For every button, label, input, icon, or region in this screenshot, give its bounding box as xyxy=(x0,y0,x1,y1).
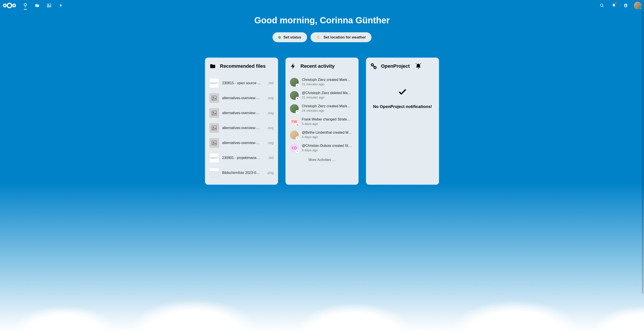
openproject-empty-text: No OpenProject notifications! xyxy=(370,104,434,109)
activity-time: 21 minutes ago xyxy=(302,96,354,99)
file-ext: .svg xyxy=(267,96,274,100)
dashboard: Good morning, Corinna Günther Set status… xyxy=(0,11,644,185)
activity-badge-add-icon: + xyxy=(296,110,299,114)
topbar xyxy=(0,0,644,11)
file-name: alternatives-overview-… xyxy=(222,96,264,100)
file-row[interactable]: 230901 - projektmana….md xyxy=(210,150,274,165)
doc-thumb-icon xyxy=(210,78,219,88)
svg-rect-4 xyxy=(25,7,26,7)
svg-point-13 xyxy=(213,112,214,113)
file-ext: .md xyxy=(268,81,274,85)
set-weather-button[interactable]: 🌤️ Set location for weather xyxy=(310,32,372,42)
activity-time: 21 minutes ago xyxy=(302,82,354,86)
activity-badge-add-icon: + xyxy=(296,150,299,153)
check-icon xyxy=(398,87,407,97)
widgets: Recommended files 230815 - open source …… xyxy=(0,58,644,185)
svg-point-17 xyxy=(213,142,214,143)
activity-icon[interactable] xyxy=(56,0,66,11)
lightning-icon xyxy=(290,63,296,70)
svg-point-1 xyxy=(4,4,6,7)
image-thumb-icon xyxy=(210,123,219,133)
svg-point-19 xyxy=(374,66,376,68)
notifications-icon[interactable] xyxy=(608,0,619,11)
svg-point-0 xyxy=(7,3,12,8)
files-icon[interactable] xyxy=(32,0,43,11)
file-ext: .svg xyxy=(267,126,274,130)
activity-avatar-wrap: + xyxy=(290,78,299,87)
bell-icon xyxy=(415,63,422,70)
set-status-button[interactable]: Set status xyxy=(272,32,307,42)
screenshot-thumb xyxy=(210,168,219,178)
activity-badge-del-icon: × xyxy=(296,97,299,100)
status-indicator-online xyxy=(639,6,642,10)
svg-point-11 xyxy=(213,97,214,98)
activity-text: @Birthe Lindenthal created M… xyxy=(302,130,354,134)
file-row[interactable]: 230815 - open source ….md xyxy=(210,76,274,90)
openproject-card: OpenProject No OpenProject notifications… xyxy=(366,58,439,185)
activity-row[interactable]: +@Birthe Lindenthal created M…5 days ago xyxy=(290,128,354,142)
file-name: alternatives-overview-… xyxy=(222,126,264,130)
weather-icon: 🌤️ xyxy=(316,35,321,40)
activity-badge-add-icon: + xyxy=(296,84,299,87)
file-ext: .png xyxy=(267,171,274,175)
greeting: Good morning, Corinna Günther xyxy=(0,16,644,25)
activity-badge-chg-icon: ⟲ xyxy=(296,123,299,127)
activity-avatar-wrap: CD+ xyxy=(290,144,299,152)
activity-avatar-wrap: + xyxy=(290,104,299,113)
file-name: 230815 - open source … xyxy=(222,81,264,85)
image-thumb-icon xyxy=(210,108,219,118)
set-status-label: Set status xyxy=(284,35,301,40)
more-activities-link[interactable]: More Activities … xyxy=(290,155,354,163)
svg-point-3 xyxy=(24,4,26,6)
svg-point-2 xyxy=(13,4,16,7)
contacts-icon[interactable] xyxy=(620,0,631,11)
activity-row[interactable]: CD+@Christian Dubois created St…6 days a… xyxy=(290,142,354,155)
svg-point-15 xyxy=(213,127,214,128)
activity-time: 24 minutes ago xyxy=(302,108,354,112)
status-row: Set status 🌤️ Set location for weather xyxy=(0,32,644,42)
photos-icon[interactable] xyxy=(44,0,54,11)
file-name: Bildschirmfoto 2023-0… xyxy=(222,171,264,175)
openproject-empty-state: No OpenProject notifications! xyxy=(370,87,434,109)
dashboard-icon[interactable] xyxy=(20,0,31,11)
activity-avatar-wrap: + xyxy=(290,130,299,140)
folder-icon xyxy=(210,63,216,70)
activity-text: Frank Weber changed Strate… xyxy=(302,118,354,121)
activity-avatar-wrap: × xyxy=(290,91,299,100)
file-name: alternatives-overview-… xyxy=(222,111,264,115)
nextcloud-logo[interactable] xyxy=(3,2,16,9)
activity-time: 6 days ago xyxy=(302,148,354,152)
file-row[interactable]: alternatives-overview-….svg xyxy=(210,106,274,120)
recommended-files-title: Recommended files xyxy=(220,63,266,69)
file-row[interactable]: Bildschirmfoto 2023-0….png xyxy=(210,165,274,180)
file-row[interactable]: alternatives-overview-….svg xyxy=(210,120,274,136)
activity-text: @Christian Dubois created St… xyxy=(302,144,354,148)
svg-point-7 xyxy=(600,4,603,6)
file-row[interactable]: alternatives-overview-….svg xyxy=(210,90,274,106)
activity-row[interactable]: +Christoph Zierz created Mark…24 minutes… xyxy=(290,102,354,115)
image-thumb-icon xyxy=(210,138,219,148)
file-name: 230901 - projektmana… xyxy=(222,156,264,160)
recent-activity-title: Recent activity xyxy=(300,63,334,69)
svg-point-6 xyxy=(48,4,49,6)
recent-activity-card: Recent activity +Christoph Zierz created… xyxy=(286,58,358,185)
openproject-title: OpenProject xyxy=(381,63,410,69)
activity-text: @Christoph Zierz deleted Ma… xyxy=(302,91,354,95)
search-icon[interactable] xyxy=(596,0,608,11)
activity-row[interactable]: +Christoph Zierz created Mark…21 minutes… xyxy=(290,76,354,89)
openproject-icon xyxy=(370,63,377,70)
activity-time: 5 days ago xyxy=(302,122,354,126)
activity-text: Christoph Zierz created Mark… xyxy=(302,104,354,108)
activity-time: 5 days ago xyxy=(302,135,354,139)
status-dot-icon xyxy=(278,36,281,39)
image-thumb-icon xyxy=(210,93,219,103)
svg-point-18 xyxy=(371,64,374,66)
activity-row[interactable]: FW⟲Frank Weber changed Strate…5 days ago xyxy=(290,115,354,128)
file-ext: .svg xyxy=(267,141,274,145)
svg-point-9 xyxy=(625,4,626,6)
file-ext: .svg xyxy=(267,111,274,115)
user-menu[interactable] xyxy=(634,2,641,9)
activity-row[interactable]: ×@Christoph Zierz deleted Ma…21 minutes … xyxy=(290,89,354,102)
file-row[interactable]: alternatives-overview-….svg xyxy=(210,136,274,150)
activity-badge-add-icon: + xyxy=(296,136,299,140)
